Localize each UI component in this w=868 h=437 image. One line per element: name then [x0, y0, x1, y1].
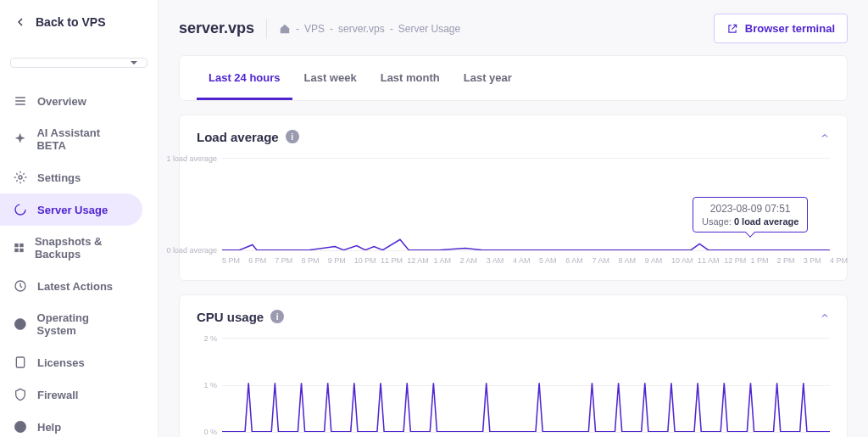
- tab-24h[interactable]: Last 24 hours: [197, 56, 292, 100]
- svg-rect-5: [20, 249, 24, 252]
- load-average-card: Load average i 1 load average 0 load ave…: [179, 115, 848, 281]
- sidebar-item-overview[interactable]: Overview: [0, 85, 142, 117]
- usage-icon: [14, 203, 27, 216]
- breadcrumb-item[interactable]: server.vps: [338, 23, 385, 35]
- info-icon: [14, 317, 27, 331]
- sidebar-item-label: Latest Actions: [37, 280, 113, 293]
- sidebar-item-help[interactable]: Help: [0, 411, 142, 437]
- info-icon[interactable]: i: [286, 130, 299, 143]
- sparkle-icon: [14, 132, 26, 146]
- server-dropdown[interactable]: [10, 58, 147, 68]
- collapse-toggle[interactable]: [820, 129, 830, 144]
- external-link-icon: [726, 23, 738, 35]
- sidebar-item-label: Firewall: [37, 389, 78, 401]
- gear-icon: [14, 171, 27, 184]
- sidebar-item-ai[interactable]: AI Assistant BETA: [0, 117, 142, 161]
- sidebar-item-latest[interactable]: Latest Actions: [0, 270, 142, 302]
- y-axis-label: 2 %: [203, 334, 217, 343]
- sidebar-item-os[interactable]: Operating System: [0, 302, 142, 346]
- back-link[interactable]: Back to VPS: [0, 0, 158, 44]
- sidebar-item-label: Operating System: [37, 311, 129, 337]
- sidebar-item-label: Server Usage: [37, 204, 108, 216]
- arrow-left-icon: [14, 15, 27, 29]
- y-axis-label: 0 load average: [166, 246, 217, 255]
- breadcrumb: - VPS - server.vps - Server Usage: [279, 23, 702, 35]
- button-label: Browser terminal: [745, 22, 835, 35]
- back-label: Back to VPS: [36, 15, 105, 29]
- card-title: CPU usage: [197, 310, 264, 324]
- svg-point-0: [19, 176, 22, 179]
- page-title: server.vps: [179, 20, 254, 37]
- sidebar-item-licenses[interactable]: Licenses: [0, 346, 142, 378]
- breadcrumb-item[interactable]: VPS: [304, 23, 325, 35]
- sidebar-item-label: Overview: [37, 95, 86, 108]
- sidebar-item-label: Snapshots & Backups: [35, 235, 129, 261]
- info-icon[interactable]: i: [270, 310, 284, 323]
- cpu-usage-chart[interactable]: 2 % 1 % 0 %: [222, 338, 830, 433]
- caret-down-icon: [130, 59, 138, 67]
- grid-icon: [14, 241, 25, 255]
- tooltip-timestamp: 2023-08-09 07:51: [702, 203, 798, 215]
- sidebar-item-server-usage[interactable]: Server Usage: [0, 193, 142, 226]
- chevron-up-icon: [820, 311, 830, 321]
- history-icon: [14, 279, 27, 293]
- shield-icon: [14, 388, 27, 401]
- sidebar-item-label: Help: [37, 421, 61, 434]
- tab-year[interactable]: Last year: [452, 56, 524, 100]
- y-axis-label: 1 load average: [166, 154, 217, 163]
- card-title: Load average: [197, 130, 279, 144]
- sidebar-item-snapshots[interactable]: Snapshots & Backups: [0, 226, 142, 270]
- svg-rect-4: [15, 249, 19, 252]
- help-icon: [14, 420, 27, 434]
- sidebar-item-label: Settings: [37, 171, 81, 184]
- y-axis-label: 1 %: [203, 381, 217, 389]
- browser-terminal-button[interactable]: Browser terminal: [714, 14, 848, 43]
- chart-line: [222, 334, 830, 432]
- breadcrumb-item: Server Usage: [398, 23, 460, 35]
- y-axis-label: 0 %: [203, 428, 217, 436]
- clipboard-icon: [14, 356, 27, 369]
- svg-rect-2: [15, 244, 19, 247]
- svg-point-9: [14, 421, 25, 432]
- svg-point-1: [15, 204, 25, 215]
- sidebar-item-settings[interactable]: Settings: [0, 161, 142, 193]
- svg-rect-8: [16, 357, 24, 367]
- tab-month[interactable]: Last month: [369, 56, 452, 100]
- load-average-chart[interactable]: 1 load average 0 load average 2023-08-09…: [222, 158, 830, 251]
- divider: [266, 19, 267, 39]
- sidebar-item-label: Licenses: [37, 356, 85, 369]
- sidebar-item-firewall[interactable]: Firewall: [0, 378, 142, 411]
- list-icon: [14, 94, 27, 108]
- x-axis: 5 PM6 PM7 PM8 PM9 PM10 PM11 PM12 AM1 AM2…: [222, 256, 830, 265]
- home-icon[interactable]: [279, 23, 291, 35]
- tab-week[interactable]: Last week: [292, 56, 369, 100]
- cpu-usage-card: CPU usage i 2 % 1 % 0 % 5 PM6 PM7 PM8 PM…: [179, 294, 848, 437]
- time-range-tabs-card: Last 24 hours Last week Last month Last …: [179, 55, 848, 101]
- svg-point-7: [14, 319, 25, 330]
- sidebar-item-label: AI Assistant BETA: [36, 126, 129, 152]
- chart-tooltip: 2023-08-09 07:51 Usage: 0 load average: [693, 197, 808, 233]
- chevron-up-icon: [820, 131, 830, 141]
- svg-rect-3: [20, 244, 24, 247]
- collapse-toggle[interactable]: [820, 309, 830, 324]
